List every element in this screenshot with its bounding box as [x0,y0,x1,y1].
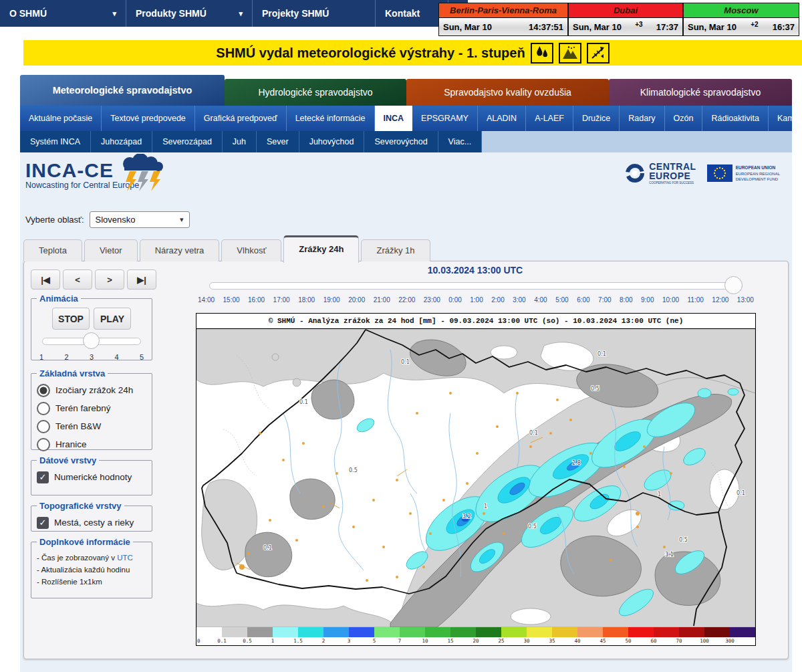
time-tick: 12:00 [712,296,728,304]
time-slider-track[interactable] [209,282,743,290]
clock-time: 17:37 [656,22,678,32]
subnav-item-a-laef[interactable]: A-LAEF [526,106,573,131]
colorbar-label: 1 [271,638,275,644]
view-tab-zrazky-24h[interactable]: Zrážky 24h [283,235,359,263]
step-buttons: |◀<>▶| [31,269,156,290]
colorbar-label: 0 [197,638,200,644]
colorbar-segment: 7 [400,627,425,637]
step-back-button[interactable]: < [63,269,92,290]
subnav2-item-juhozapad[interactable]: Juhozápad [91,131,152,152]
region-select-value: Slovensko [96,215,180,225]
nav-item-projekty-shmu[interactable]: Projekty SHMÚ [253,0,376,27]
region-select[interactable]: Slovensko ▾ [90,211,190,228]
colorbar-label: 30 [523,638,529,644]
speed-label: 3 [90,353,94,361]
subnav-item-inca[interactable]: INCA [375,106,413,131]
subnav-item-radary[interactable]: Radary [620,106,664,131]
subnav-item-textove-predpovede[interactable]: Textové predpovede [102,106,195,131]
view-tab-vietor[interactable]: Vietor [84,239,138,261]
view-tab-narazy-vetra[interactable]: Nárazy vetra [140,239,220,261]
subnav2-item-juh[interactable]: Juh [223,131,257,152]
skip-start-button[interactable]: |◀ [31,269,60,290]
subnav2-item-juhovychod[interactable]: Juhovýchod [299,131,365,152]
view-tab-teplota[interactable]: Teplota [23,239,82,261]
colorbar-segment: 300 [730,627,755,637]
subnav-item-letecke-informacie[interactable]: Letecké informácie [287,106,375,131]
play-button[interactable]: PLAY [94,308,131,330]
subnav-item-graficka-predpoved[interactable]: Grafická predpoveď [195,106,287,131]
nav-item-o-shmu[interactable]: O SHMÚ▾ [0,0,126,27]
timeline-current-time: 10.03.2024 13:00 UTC [209,265,741,275]
subnav-regions: Systém INCAJuhozápadSeverozápadJuhSeverJ… [20,131,792,152]
radio-label: Hranice [55,439,87,449]
colorbar-segment: 5 [374,627,400,637]
clock-city-label: Moscow [684,3,799,18]
subnav-item-radioaktivita[interactable]: Rádioaktivita [702,106,769,131]
subnav2-item-severozapad[interactable]: Severozápad [152,131,223,152]
central-europe-logo[interactable]: CENTRAL EUROPE COOPERATING FOR SUCCESS [624,162,696,185]
skip-end-button[interactable]: ▶| [127,269,156,290]
radio-option-izociary-zrazok-24h[interactable]: Izočiary zrážok 24h [37,381,146,399]
time-tick: 6:00 [577,296,589,304]
inca-ce-logo[interactable]: INCA-CE Nowcasting for Central Europe [25,159,199,206]
subnav-item-kamery[interactable]: Kamery [769,106,802,131]
checkbox-option-numericke-hodnoty[interactable]: ✓Numerické hodnoty [37,468,146,486]
time-tick: 18:00 [298,296,315,304]
world-clock-moscow: MoscowSun, Mar 10+216:37 [683,3,799,36]
subnav-item-aladin[interactable]: ALADIN [478,106,526,131]
speed-slider-track[interactable] [42,338,141,345]
main-tab-hydrologicke-spravodajstvo[interactable]: Hydrologické spravodajstvo [225,79,406,106]
subnav2-item-sever[interactable]: Sever [257,131,299,152]
extra-info-fieldset: Doplnkové informácie - Čas je zobrazovan… [31,537,152,598]
radio-label: Izočiary zrážok 24h [55,385,133,395]
subnav-item-ozon[interactable]: Ozón [665,106,703,131]
step-forward-button[interactable]: > [95,269,124,290]
main-tab-meteorologicke-spravodajstvo[interactable]: Meteorologické spravodajstvo [20,75,225,106]
clock-city-label: Berlin-Paris-Vienna-Roma [439,3,567,18]
eu-logo[interactable]: EUROPEAN UNION EUROPEAN REGIONAL DEVELOP… [707,164,780,182]
colorbar-label: 2 [322,638,325,644]
page: O SHMÚ▾Produkty SHMÚ▾Projekty SHMÚKontak… [0,0,802,672]
subnav-item-aktualne-pocasie[interactable]: Aktuálne počasie [20,106,102,131]
central-europe-line1: CENTRAL [649,162,696,171]
nav-item-produkty-shmu[interactable]: Produkty SHMÚ▾ [126,0,253,27]
radio-option-teren-b-w[interactable]: Terén B&W [37,417,146,435]
avalanche-warning-icon[interactable] [559,43,581,64]
subnav2-item-system-inca[interactable]: Systém INCA [20,131,91,152]
subnav-item-druzice[interactable]: Družice [573,106,620,131]
colorbar-label: 100 [700,638,709,644]
main-tab-klimatologicke-spravodajstvo[interactable]: Klimatologické spravodajstvo [609,79,792,106]
colorbar-label: 0.5 [243,638,252,644]
map-canvas: 0.10.10.50.10.1110.50.50.10.50.13.22.83.… [196,329,755,627]
rain-warning-icon[interactable] [531,43,553,64]
subnav2-item-viac[interactable]: Viac... [438,131,483,152]
time-tick: 19:00 [323,296,340,304]
snowdrift-warning-icon[interactable] [587,43,610,64]
stop-button[interactable]: STOP [52,308,90,330]
nav-item-kontakt[interactable]: Kontakt [376,0,448,27]
radio-option-hranice[interactable]: Hranice [37,435,146,453]
time-slider-handle[interactable] [724,276,743,294]
subnav-products: Aktuálne počasieTextové predpovedeGrafic… [20,106,792,131]
world-clocks: Berlin-Paris-Vienna-RomaSun, Mar 1014:37… [438,3,799,36]
utc-link[interactable]: UTC [117,554,133,562]
main-tab-spravodajstvo-kvality-ovzdusia[interactable]: Spravodajstvo kvality ovzdušia [406,79,609,106]
subnav2-item-severovychod[interactable]: Severovýchod [364,131,438,152]
time-tick: 9:00 [641,296,654,304]
time-tick: 4:00 [534,296,547,304]
eu-line2: EUROPEAN REGIONAL [736,171,780,177]
colorbar-segment: 35 [552,627,577,637]
view-tab-vlhkost[interactable]: Vlhkosť [221,239,281,261]
radio-option-teren-farebny[interactable]: Terén farebný [37,399,146,417]
nav-item-label: Kontakt [385,8,420,19]
view-tab-zrazky-1h[interactable]: Zrážky 1h [361,239,430,261]
colorbar-label: 35 [549,638,555,644]
colorbar-label: 70 [676,638,682,644]
storm-cloud-icon [116,154,174,193]
checkbox-option-mesta-cesty-a-rieky[interactable]: ✓Mestá, cesty a rieky [37,514,146,532]
time-tick: 21:00 [374,296,390,304]
alert-banner[interactable]: SHMÚ vydal meteorologické výstrahy - 1. … [23,40,802,66]
subnav-item-epsgramy[interactable]: EPSGRAMY [412,106,478,131]
eu-flag-icon [707,164,732,182]
speed-slider-handle[interactable] [83,332,100,349]
